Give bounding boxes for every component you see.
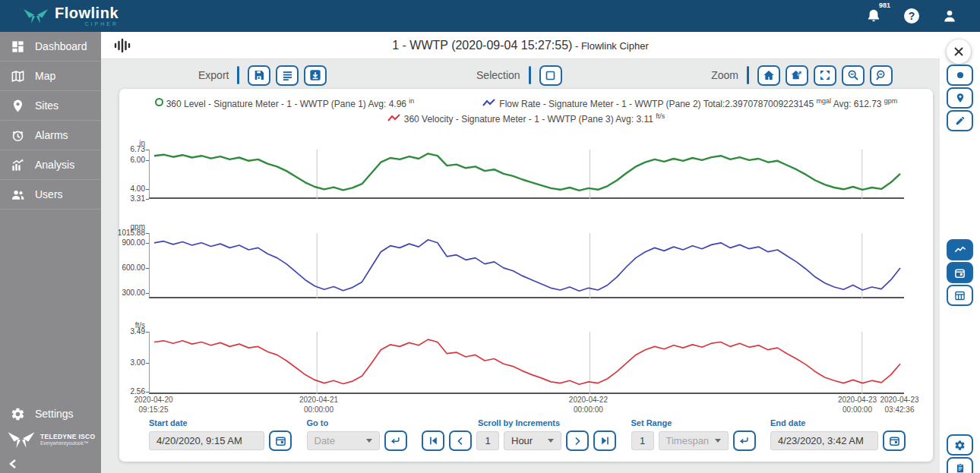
location-tool-button[interactable] xyxy=(947,87,973,109)
legend-item[interactable]: 360 Velocity - Signature Meter - 1 - WWT… xyxy=(387,112,665,125)
zoom-home-extent-button[interactable] xyxy=(786,65,808,86)
scroll-unit-select[interactable]: Hour xyxy=(504,431,561,450)
sidebar-collapse-button[interactable] xyxy=(0,455,101,470)
point-tool-button[interactable] xyxy=(947,65,973,86)
plot-area-velocity[interactable] xyxy=(149,332,904,394)
y-tick-mark xyxy=(146,243,149,244)
sidebar-item-settings[interactable]: Settings xyxy=(0,400,101,427)
step-back-button[interactable] xyxy=(449,430,472,451)
alarms-icon xyxy=(10,128,25,143)
legend-circle-marker-icon xyxy=(155,98,163,106)
app-logo: Flowlink CIPHER xyxy=(0,5,119,27)
y-tick-mark xyxy=(146,233,149,234)
zoom-home-button[interactable] xyxy=(757,65,780,86)
chart-card: 360 Level - Signature Meter - 1 - WWTP (… xyxy=(119,89,933,462)
user-icon xyxy=(942,8,957,24)
page-title-main: 1 - WWTP (2020-09-04 15:27:55) xyxy=(392,39,572,52)
clipboard-icon xyxy=(955,462,966,473)
start-date-input[interactable]: 4/20/2020, 9:15 AM xyxy=(149,431,264,450)
export-table-button[interactable] xyxy=(276,65,299,86)
goto-apply-button[interactable] xyxy=(384,430,407,451)
calendar-icon xyxy=(889,435,900,446)
zoom-out-button[interactable] xyxy=(842,65,865,86)
help-button[interactable]: ? xyxy=(903,7,921,25)
chevron-right-icon xyxy=(573,437,582,446)
end-date-input[interactable]: 4/23/2020, 3:42 AM xyxy=(770,431,878,450)
plot-area-flow[interactable] xyxy=(149,233,904,298)
x-tick-label: 2020-04-21 00:00:00 xyxy=(299,395,338,415)
legend-line-marker-icon xyxy=(387,114,401,123)
y-tick-label: 1015.88 xyxy=(113,229,145,237)
range-count-input[interactable]: 1 xyxy=(631,431,654,450)
report-button[interactable] xyxy=(947,457,973,473)
divider xyxy=(237,66,239,84)
legend-item[interactable]: 360 Level - Signature Meter - 1 - WWTP (… xyxy=(155,97,415,109)
y-tick-mark xyxy=(146,332,149,333)
line-chart-icon xyxy=(954,244,966,255)
notifications-button[interactable]: 981 xyxy=(865,7,883,25)
sidebar-item-analysis[interactable]: Analysis xyxy=(0,150,101,180)
zoom-extents-button[interactable] xyxy=(814,65,836,86)
chevron-down-icon xyxy=(715,439,721,443)
scroll-increment-input[interactable]: 1 xyxy=(476,431,499,450)
y-tick-mark xyxy=(146,363,149,364)
y-tick-label: 900.00 xyxy=(113,238,145,247)
sidebar-item-sites[interactable]: Sites xyxy=(0,91,101,121)
user-menu-button[interactable] xyxy=(940,7,959,25)
table-view-button[interactable] xyxy=(947,285,973,306)
brand-name: Flowlink xyxy=(55,5,119,20)
set-range-label: Set Range xyxy=(631,418,756,427)
selection-label: Selection xyxy=(476,69,520,81)
export-save-button[interactable] xyxy=(248,65,270,86)
skip-to-end-button[interactable] xyxy=(593,430,616,451)
chart-settings-button[interactable] xyxy=(947,434,973,456)
legend-text: 360 Level - Signature Meter - 1 - WWTP (… xyxy=(166,97,415,109)
page-title: 1 - WWTP (2020-09-04 15:27:55) - Flowlin… xyxy=(101,39,940,52)
sidebar-item-map[interactable]: Map xyxy=(0,61,101,91)
selection-rectangle-button[interactable] xyxy=(539,65,562,86)
annotate-tool-button[interactable] xyxy=(947,110,973,131)
teledyne-tagline: Everywhereyoulook™ xyxy=(40,440,95,446)
range-unit-select[interactable]: Timespan xyxy=(659,431,729,450)
skip-end-icon xyxy=(600,436,610,446)
left-sidebar: DashboardMapSitesAlarmsAnalysisUsers Set… xyxy=(0,32,101,473)
skip-to-start-button[interactable] xyxy=(422,430,444,451)
sidebar-item-users[interactable]: Users xyxy=(0,180,101,210)
help-icon: ? xyxy=(904,8,919,24)
range-unit-value: Timespan xyxy=(666,435,710,446)
start-date-calendar-button[interactable] xyxy=(269,430,292,451)
close-button[interactable] xyxy=(947,39,971,64)
step-forward-button[interactable] xyxy=(566,430,589,451)
goto-select[interactable]: Date xyxy=(307,431,380,450)
end-date-calendar-button[interactable] xyxy=(883,430,906,451)
goto-select-value: Date xyxy=(315,435,335,446)
plot-area-level[interactable] xyxy=(149,150,904,199)
home-arrow-icon xyxy=(791,69,803,81)
y-tick-label: 3.31 xyxy=(113,194,145,203)
pulse-waveform-icon[interactable] xyxy=(113,38,131,53)
export-download-button[interactable] xyxy=(304,65,327,86)
dot-icon xyxy=(955,70,966,80)
export-label: Export xyxy=(198,69,229,81)
legend-item[interactable]: Flow Rate - Signature Meter - 1 - WWTP (… xyxy=(482,97,897,109)
x-tick-label: 2020-04-23 00:00:00 xyxy=(838,395,877,415)
scroll-increments-label: Scroll by Increments xyxy=(422,418,616,427)
gear-icon xyxy=(954,440,966,451)
title-bar: 1 - WWTP (2020-09-04 15:27:55) - Flowlin… xyxy=(101,32,940,59)
time-controls: Start date 4/20/2020, 9:15 AM Go to Date xyxy=(149,418,906,451)
graph-view-button[interactable] xyxy=(947,239,973,260)
date-range-button[interactable] xyxy=(947,262,973,283)
chevron-down-icon xyxy=(366,439,372,443)
sidebar-item-alarms[interactable]: Alarms xyxy=(0,121,101,150)
calendar-icon xyxy=(275,435,286,446)
y-tick-label: 4.00 xyxy=(113,184,145,193)
legend-text: Flow Rate - Signature Meter - 1 - WWTP (… xyxy=(499,97,897,109)
range-apply-button[interactable] xyxy=(733,430,756,451)
zoom-window-button[interactable] xyxy=(870,65,893,86)
map-icon xyxy=(10,68,25,84)
sidebar-item-dashboard[interactable]: Dashboard xyxy=(0,32,101,61)
scroll-increments-group: Scroll by Increments 1 Hour xyxy=(422,418,616,451)
sidebar-item-label: Users xyxy=(35,188,63,200)
sidebar-item-label: Alarms xyxy=(35,129,68,141)
end-date-label: End date xyxy=(770,418,906,427)
